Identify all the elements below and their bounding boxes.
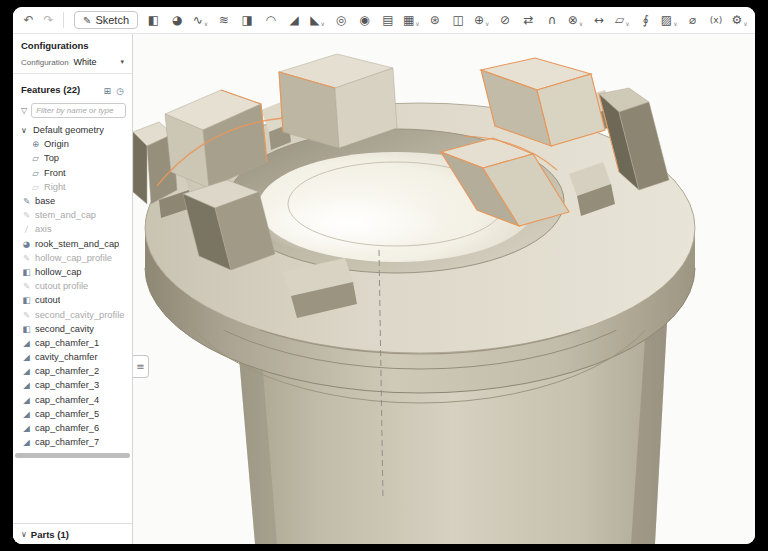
feature-item-stem-and-cap[interactable]: ✎stem_and_cap [13, 208, 132, 222]
feature-item-cap-chamfer-6[interactable]: ◢cap_chamfer_6 [13, 421, 132, 435]
tree-default-geometry[interactable]: ∨Default geometry [13, 123, 132, 137]
feature-filter-input[interactable] [31, 103, 126, 118]
extrude-icon: ◧ [21, 295, 32, 305]
tree-item-label: cap_chamfer_1 [35, 338, 99, 348]
boolean-icon: ⊕ [474, 14, 484, 26]
feature-item-axis[interactable]: ∕axis [13, 222, 132, 236]
tree-item-label: axis [35, 224, 52, 234]
feature-item-second-cavity-profile[interactable]: ✎second_cavity_profile [13, 307, 132, 321]
toolbar-linear-pattern-button[interactable]: ▦∨ [402, 10, 421, 30]
toolbar-split-button[interactable]: ⊘ [496, 10, 515, 30]
tree-item-front[interactable]: ▱Front [13, 166, 132, 180]
sketch-icon: ✎ [21, 281, 32, 291]
toolbar-offset-surface-button[interactable]: ∩ [542, 10, 561, 30]
feature-item-cap-chamfer-7[interactable]: ◢cap_chamfer_7 [13, 435, 132, 449]
main-toolbar: ↶ ↷ ✎ Sketch ◧◕∿∨≋◨◠◢◣∨◎◉▤▦∨⊛◫⊕∨⊘⇄∩⊗∨↔▱∨… [13, 7, 755, 34]
tree-item-label: cutout profile [35, 281, 88, 291]
feature-item-cap-chamfer-2[interactable]: ◢cap_chamfer_2 [13, 364, 132, 378]
toolbar-fillet-button[interactable]: ◠ [261, 10, 280, 30]
feature-item-cutout[interactable]: ◧cutout [13, 293, 132, 307]
feature-item-rook-stem-and-cap[interactable]: ◕rook_stem_and_cap [13, 237, 132, 251]
history-icon[interactable]: ◷ [116, 86, 124, 96]
offset-surface-icon: ∩ [548, 14, 557, 26]
chevron-down-icon: ∨ [204, 20, 208, 30]
toolbar-move-face-button[interactable]: ↔ [589, 10, 608, 30]
feature-item-hollow-cap-profile[interactable]: ✎hollow_cap_profile [13, 251, 132, 265]
tree-item-label: base [35, 196, 55, 206]
circular-pattern-icon: ⊛ [430, 14, 440, 26]
toolbar-revolve-button[interactable]: ◕ [167, 10, 186, 30]
feature-item-second-cavity[interactable]: ◧second_cavity [13, 322, 132, 336]
toolbar-mirror-button[interactable]: ◫ [449, 10, 468, 30]
chamfer-icon: ◢ [21, 437, 32, 447]
tree-item-origin[interactable]: ⊕Origin [13, 137, 132, 151]
sheet-metal-icon: ▨ [661, 14, 672, 26]
feature-tools-group: ◧◕∿∨≋◨◠◢◣∨◎◉▤▦∨⊛◫⊕∨⊘⇄∩⊗∨↔▱∨∮▨∨⌀(x)⚙∨ [144, 10, 749, 30]
tree-item-label: hollow_cap [35, 267, 82, 277]
tree-item-label: Top [44, 153, 59, 163]
undo-button[interactable]: ↶ [19, 10, 38, 30]
feature-item-cap-chamfer-5[interactable]: ◢cap_chamfer_5 [13, 407, 132, 421]
feature-item-hollow-cap[interactable]: ◧hollow_cap [13, 265, 132, 279]
tree-item-top[interactable]: ▱Top [13, 151, 132, 165]
plane-icon: ▱ [30, 182, 41, 192]
chamfer-icon: ◢ [21, 423, 32, 433]
feature-item-cutout-profile[interactable]: ✎cutout profile [13, 279, 132, 293]
axis-icon: ∕ [21, 224, 32, 234]
feature-item-base[interactable]: ✎base [13, 194, 132, 208]
toolbar-rib-button[interactable]: ▤ [378, 10, 397, 30]
toolbar-shell-button[interactable]: ◎ [332, 10, 351, 30]
toolbar-thicken-button[interactable]: ◨ [238, 10, 257, 30]
chamfer-icon: ◢ [21, 380, 32, 390]
toolbar-measure-button[interactable]: ⌀ [683, 10, 702, 30]
viewport-3d[interactable]: ≡ [133, 34, 755, 544]
rook-3d-model[interactable] [133, 34, 755, 544]
panel-collapse-tab[interactable]: ≡ [133, 355, 149, 378]
sketch-list-icon[interactable]: ⊞ [104, 86, 112, 96]
toolbar-chamfer-button[interactable]: ◢ [285, 10, 304, 30]
toolbar-helix-button[interactable]: ∮ [636, 10, 655, 30]
toolbar-boolean-button[interactable]: ⊕∨ [472, 10, 491, 30]
configurations-section: Configurations Configuration White ▾ [13, 34, 132, 74]
toolbar-sheet-metal-button[interactable]: ▨∨ [660, 10, 679, 30]
plane-icon: ▱ [30, 153, 41, 163]
feature-item-cap-chamfer-4[interactable]: ◢cap_chamfer_4 [13, 393, 132, 407]
toolbar-transform-button[interactable]: ⇄ [519, 10, 538, 30]
chevron-down-icon: ∨ [743, 20, 747, 30]
toolbar-plane-button[interactable]: ▱∨ [613, 10, 632, 30]
crenellation-block-center[interactable] [279, 54, 397, 148]
tree-item-label: stem_and_cap [35, 210, 96, 220]
toolbar-extrude-button[interactable]: ◧ [144, 10, 163, 30]
sweep-icon: ∿ [193, 14, 203, 26]
linear-pattern-icon: ▦ [403, 14, 414, 26]
toolbar-draft-button[interactable]: ◣∨ [308, 10, 327, 30]
toolbar-loft-button[interactable]: ≋ [214, 10, 233, 30]
redo-button[interactable]: ↷ [39, 10, 58, 30]
feature-item-cap-chamfer-3[interactable]: ◢cap_chamfer_3 [13, 378, 132, 392]
chevron-down-icon: ∨ [21, 530, 27, 539]
toolbar-appearance-button[interactable]: ⚙∨ [730, 10, 749, 30]
move-face-icon: ↔ [594, 14, 604, 26]
configuration-dropdown[interactable]: Configuration White ▾ [21, 57, 124, 67]
toolbar-variables-button[interactable]: (x) [707, 10, 726, 30]
toolbar-delete-face-button[interactable]: ⊗∨ [566, 10, 585, 30]
mirror-icon: ◫ [453, 14, 464, 26]
feature-item-cavity-chamfer[interactable]: ◢cavity_chamfer [13, 350, 132, 364]
parts-section-header[interactable]: ∨ Parts (1) [13, 523, 132, 544]
transform-icon: ⇄ [524, 14, 534, 26]
toolbar-sweep-button[interactable]: ∿∨ [191, 10, 210, 30]
sketch-icon: ✎ [21, 196, 32, 206]
horizontal-scrollbar[interactable] [15, 453, 130, 458]
feature-tree: ∨Default geometry⊕Origin▱Top▱Front▱Right… [13, 121, 132, 449]
tree-item-right[interactable]: ▱Right [13, 180, 132, 194]
toolbar-hole-button[interactable]: ◉ [355, 10, 374, 30]
tree-item-label: second_cavity_profile [35, 310, 124, 320]
chevron-down-icon[interactable]: ∨ [21, 126, 30, 135]
hole-icon: ◉ [359, 14, 369, 26]
revolve-icon: ◕ [172, 14, 182, 26]
toolbar-circular-pattern-button[interactable]: ⊛ [425, 10, 444, 30]
shell-icon: ◎ [336, 14, 346, 26]
filter-funnel-icon: ▽ [21, 106, 27, 115]
feature-item-cap-chamfer-1[interactable]: ◢cap_chamfer_1 [13, 336, 132, 350]
sketch-button[interactable]: ✎ Sketch [74, 11, 138, 29]
